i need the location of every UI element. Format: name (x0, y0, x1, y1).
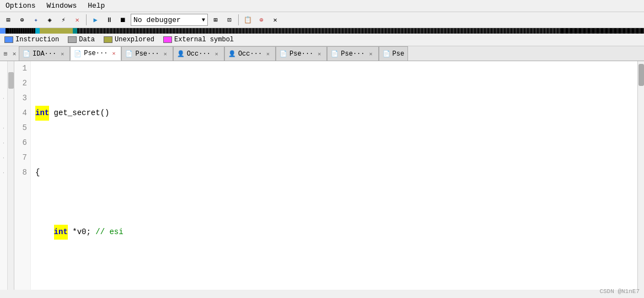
tab-pse2-label: Pse··· (84, 50, 108, 57)
toolbar-stop[interactable]: ⏹ (117, 14, 129, 26)
tab-pse3-close[interactable]: ✕ (162, 50, 169, 58)
tab-pse7-close[interactable]: ✕ (367, 50, 375, 58)
legend-unexplored-color (104, 36, 112, 43)
line-num-5: 5 (14, 121, 27, 136)
menu-options[interactable]: Options (3, 1, 38, 10)
tab-pse8-icon: 📄 (383, 50, 390, 57)
tab-ida[interactable]: 📄 IDA··· ✕ (19, 46, 70, 61)
toolbar-btn-8[interactable]: ⊕ (255, 14, 267, 26)
toolbar-btn-add[interactable]: ✦ (30, 14, 42, 26)
legend-unexplored-label: Unexplored (115, 36, 154, 44)
nav-seg-dark (77, 28, 561, 34)
nav-seg-cyan (35, 28, 40, 34)
tab-occ5-close[interactable]: ✕ (264, 50, 272, 58)
indent-3 (35, 225, 54, 240)
tab-pse6-label: Pse··· (289, 50, 313, 58)
tab-pse2-icon: 📄 (74, 50, 82, 57)
toolbar-sep-2 (238, 14, 239, 25)
gutter-row-8: · (0, 165, 7, 180)
scrollbar-thumb-left[interactable] (8, 72, 14, 89)
tab-pse8-label: Pse (393, 50, 405, 58)
tab-close-all-btn[interactable]: ✕ (10, 46, 19, 61)
nav-seg-pattern2 (561, 28, 644, 34)
tab-pse3[interactable]: 📄 Pse··· ✕ (121, 46, 173, 61)
toolbar-btn-3[interactable]: ◈ (44, 14, 56, 26)
tab-pse6-icon: 📄 (280, 50, 287, 57)
toolbar-play[interactable]: ▶ (89, 14, 101, 26)
gutter-row-7: · (0, 150, 7, 165)
legend-instruction: Instruction (4, 36, 59, 44)
gutter-row-6: · (0, 136, 7, 150)
tab-occ4[interactable]: 👤 Occ··· ✕ (173, 46, 224, 61)
comment-esi: // esi (95, 225, 123, 240)
toolbar-btn-1[interactable]: ⊞ (2, 14, 14, 26)
gutter-row-2 (0, 76, 7, 91)
line-num-1: 1 (14, 61, 27, 76)
menu-windows[interactable]: Windows (45, 1, 79, 10)
menu-help[interactable]: Help (85, 1, 107, 10)
tab-pse7-icon: 📄 (331, 50, 339, 57)
code-area: 1 2 3 4 5 6 7 8 int get_secret() { int *… (14, 61, 637, 290)
line-num-4: 4 (14, 106, 27, 121)
dropdown-arrow-icon: ▼ (202, 17, 205, 23)
legend-instruction-label: Instruction (15, 36, 59, 44)
nav-seg-blue (0, 28, 6, 34)
toolbar-btn-6[interactable]: ⊡ (223, 14, 235, 26)
tab-pse6[interactable]: 📄 Pse··· ✕ (276, 46, 327, 61)
scrollbar-right[interactable] (637, 61, 644, 290)
legend-data-color (68, 36, 77, 43)
line-numbers: 1 2 3 4 5 6 7 8 (14, 61, 31, 290)
toolbar-btn-5[interactable]: ⊞ (210, 14, 222, 26)
toolbar-btn-4[interactable]: ⚡ (57, 14, 69, 26)
left-gutter: · · · · · (0, 61, 8, 290)
watermark: CSDN @N1nE7 (599, 288, 640, 295)
toolbar: ⊞ ⊕ ✦ ◈ ⚡ ✕ ▶ ⏸ ⏹ No debugger ▼ ⊞ ⊡ 📋 ⊕ … (0, 12, 644, 28)
tab-occ4-label: Occ··· (187, 50, 211, 58)
gutter-row-5: · (0, 121, 7, 136)
legend-external-label: External symbol (174, 36, 234, 44)
tab-pse6-close[interactable]: ✕ (315, 50, 323, 58)
toolbar-btn-9[interactable]: ✕ (269, 14, 281, 26)
legend-data: Data (68, 36, 95, 44)
tab-pin-btn[interactable]: ⊞ (1, 46, 10, 61)
code-line-2: { (35, 165, 633, 180)
tab-ida-label: IDA··· (33, 50, 56, 58)
toolbar-pause[interactable]: ⏸ (103, 14, 115, 26)
legend-external-color (163, 36, 172, 43)
toolbar-btn-7[interactable]: 📋 (242, 14, 254, 26)
nav-bar (0, 28, 644, 34)
tabs-container: ⊞ ✕ 📄 IDA··· ✕ 📄 Pse··· ✕ 📄 Pse··· ✕ 👤 O… (0, 46, 644, 61)
debugger-label: No debugger (133, 16, 181, 24)
debugger-select[interactable]: No debugger ▼ (131, 14, 208, 26)
legend-instruction-color (4, 36, 13, 43)
kw-int-1: int (35, 106, 49, 121)
nav-seg-teal (73, 28, 77, 34)
legend-data-label: Data (79, 36, 95, 44)
tab-pse2-close[interactable]: ✕ (110, 50, 117, 57)
line-num-3: 3 (14, 91, 27, 106)
toolbar-sep-1 (86, 14, 87, 25)
tab-ida-icon: 📄 (23, 50, 30, 57)
legend-bar: Instruction Data Unexplored External sym… (0, 34, 644, 46)
gutter-row-4 (0, 106, 7, 121)
tab-pse7[interactable]: 📄 Pse··· ✕ (327, 46, 378, 61)
kw-int-2: int (54, 225, 68, 240)
line-num-7: 7 (14, 150, 27, 165)
toolbar-btn-cancel[interactable]: ✕ (71, 14, 83, 26)
code-content[interactable]: int get_secret() { int *v0; // esi ● v0 … (31, 61, 637, 290)
tab-occ5[interactable]: 👤 Occ··· ✕ (224, 46, 276, 61)
tab-pse8[interactable]: 📄 Pse (379, 46, 409, 61)
legend-external: External symbol (163, 36, 234, 44)
tab-occ4-close[interactable]: ✕ (213, 50, 221, 58)
tab-ida-close[interactable]: ✕ (58, 50, 66, 58)
legend-unexplored: Unexplored (104, 36, 154, 44)
nav-seg-yellow (40, 28, 73, 34)
tab-occ5-icon: 👤 (228, 50, 236, 57)
tab-pse3-label: Pse··· (135, 50, 159, 58)
tab-pse2[interactable]: 📄 Pse··· ✕ (70, 46, 121, 61)
scrollbar-left[interactable] (8, 61, 14, 290)
gutter-row-3: · (0, 91, 7, 106)
line-num-8: 8 (14, 165, 27, 180)
scrollbar-right-thumb[interactable] (638, 64, 644, 86)
toolbar-btn-2[interactable]: ⊕ (16, 14, 28, 26)
